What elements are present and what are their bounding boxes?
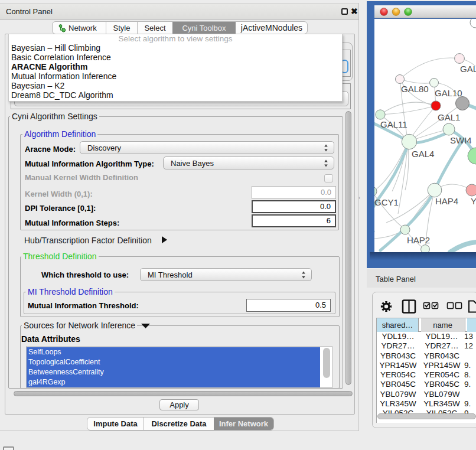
svg-text:GAL10: GAL10 [435, 88, 462, 98]
svg-text:GAL: GAL [460, 64, 476, 74]
svg-text:GAL4: GAL4 [412, 149, 434, 159]
svg-text:HAP4: HAP4 [435, 196, 458, 206]
svg-text:GAL80: GAL80 [401, 84, 429, 94]
svg-text:HAP2: HAP2 [407, 235, 430, 245]
svg-text:GAL11: GAL11 [380, 119, 407, 129]
svg-text:GCY1: GCY1 [374, 197, 399, 207]
svg-text:SWI4: SWI4 [450, 135, 472, 145]
svg-text:GAL1: GAL1 [438, 112, 460, 122]
svg-text:Y: Y [471, 196, 476, 206]
